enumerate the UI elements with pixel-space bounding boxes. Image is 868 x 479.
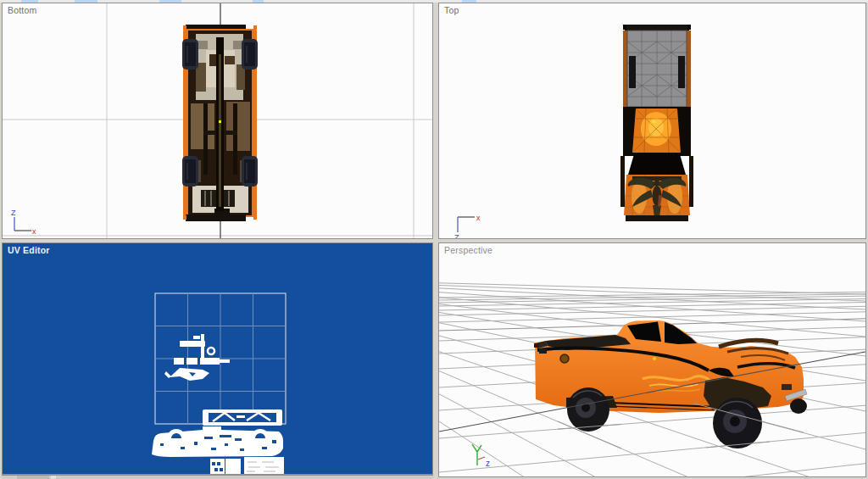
front-wheel bbox=[713, 398, 762, 448]
svg-text:Z: Z bbox=[454, 233, 459, 238]
viewport-layout: Bottom bbox=[0, 0, 868, 479]
svg-text:x: x bbox=[32, 227, 36, 236]
viewport-perspective-label[interactable]: Perspective bbox=[444, 245, 492, 255]
rear-wheel bbox=[567, 387, 609, 432]
axis-gizmo-top: x Z bbox=[454, 214, 481, 238]
truck-model-top-view[interactable] bbox=[620, 25, 693, 221]
ss-badge bbox=[539, 348, 547, 354]
scrollbar-notch bbox=[51, 476, 56, 479]
svg-text:Z: Z bbox=[11, 209, 16, 217]
pivot-point bbox=[653, 120, 655, 123]
pivot-point bbox=[219, 120, 221, 123]
axis-gizmo-perspective: z bbox=[472, 444, 490, 468]
uv-shell-bumper[interactable] bbox=[203, 409, 282, 426]
fender-badge bbox=[560, 354, 569, 363]
axis-gizmo-bottom: Z x bbox=[11, 209, 36, 236]
uv-shell-parts-bottom[interactable] bbox=[210, 457, 284, 474]
viewport-top-label[interactable]: Top bbox=[444, 5, 459, 15]
uv-shells[interactable] bbox=[152, 334, 284, 474]
svg-text:x: x bbox=[476, 214, 481, 222]
svg-text:z: z bbox=[486, 459, 490, 468]
pivot-point bbox=[653, 357, 656, 360]
viewport-uv-editor[interactable]: UV Editor bbox=[2, 242, 433, 475]
viewport-bottom-label[interactable]: Bottom bbox=[8, 5, 36, 15]
uv-editor-horizontal-scrollbar[interactable] bbox=[2, 475, 433, 479]
side-window bbox=[665, 322, 697, 344]
uv-editor-label[interactable]: UV Editor bbox=[8, 245, 50, 255]
viewport-top[interactable]: Top bbox=[438, 3, 866, 239]
viewport-perspective[interactable]: Perspective bbox=[438, 242, 866, 477]
viewport-bottom[interactable]: Bottom bbox=[2, 3, 433, 239]
uv-shell-chassis[interactable] bbox=[152, 426, 283, 457]
scrollbar-thumb[interactable] bbox=[17, 476, 49, 479]
truck-model-bottom-view[interactable] bbox=[182, 25, 258, 221]
